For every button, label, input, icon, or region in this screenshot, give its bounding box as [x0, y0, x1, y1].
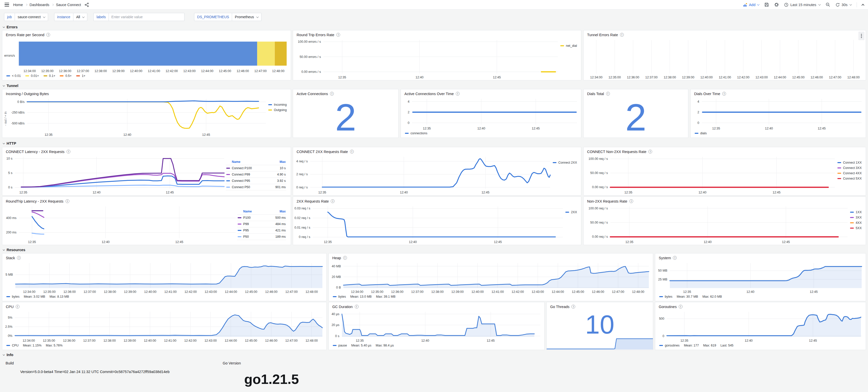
panel-header[interactable]: Build — [2, 359, 217, 366]
panel-title[interactable]: Incoming / Outgoing Bytes — [6, 92, 49, 96]
legend-item[interactable]: bytesMean: 30.7 MBMax: 62.0 MB — [659, 295, 722, 298]
chart-canvas[interactable]: 0.03 req / s0.02 req / s0.01 req / s0 re… — [293, 204, 564, 244]
info-icon[interactable] — [16, 305, 20, 308]
legend-item[interactable]: P99484 ms — [237, 221, 286, 227]
chart-canvas[interactable]: 4 req / s2 req / s0 req / s12:3512:4012:… — [293, 155, 552, 195]
legend-item[interactable]: dials — [695, 132, 707, 135]
info-icon[interactable] — [679, 305, 683, 308]
chart-canvas[interactable]: 5 MB12:34:0012:35:0012:36:0012:37:0012:3… — [3, 261, 326, 294]
panel-title[interactable]: Errors Rate per Second — [6, 33, 44, 37]
chart-canvas[interactable]: 100.00 req / s50.00 req / s0.00 req / s1… — [584, 204, 849, 244]
chart-canvas[interactable]: 500012:3512:4012:45 — [656, 310, 865, 343]
chart-active-connections[interactable]: 42012:3512:4012:45connections — [401, 97, 581, 138]
panel-title[interactable]: GC Duration — [332, 305, 353, 309]
chart-connect-non2xx[interactable]: 100.00 req / s50.00 req / s0.00 req / s1… — [584, 155, 866, 195]
info-icon[interactable] — [331, 199, 335, 203]
legend-item[interactable]: 1+ — [76, 74, 85, 78]
variable-instance-select[interactable]: All — [73, 13, 88, 21]
legend-item[interactable]: Connect P994.90 s — [226, 171, 286, 178]
legend-item[interactable]: Connect 5XX — [837, 177, 862, 180]
breadcrumb-dashboards[interactable]: Dashboards — [30, 3, 49, 7]
legend-item[interactable]: 1XX — [850, 210, 862, 214]
variable-labels-input[interactable] — [108, 13, 184, 21]
info-icon[interactable] — [571, 305, 575, 308]
chart-canvas[interactable]: 40 MB20 MB0 B12:34:0012:35:0012:36:0012:… — [329, 261, 652, 294]
chart-gc-duration[interactable]: 40 µs20 µs0 s12:3512:4012:45pauseMean: 5… — [329, 310, 544, 350]
chart-canvas[interactable]: 12:34:0012:35:0012:36:0012:37:0012:38:00… — [584, 38, 865, 80]
info-icon[interactable] — [46, 33, 50, 37]
chart-roundtrip-latency[interactable]: 400 ms200 ms12:3512:4012:45NameMaxP10050… — [2, 204, 291, 245]
legend-item[interactable]: Connect 4XX — [837, 171, 862, 175]
panel-header[interactable]: Round Trip Errors Rate — [293, 30, 581, 38]
info-icon[interactable] — [66, 199, 69, 203]
legend-item[interactable]: 2XX — [565, 210, 577, 214]
legend-column-header[interactable]: Name — [238, 210, 252, 213]
legend-item[interactable]: Connect P50901 ms — [226, 184, 286, 190]
breadcrumb-home[interactable]: Home — [13, 3, 23, 7]
chart-tunnel-errors[interactable]: 12:34:0012:35:0012:36:0012:37:0012:38:00… — [584, 38, 866, 80]
panel-title[interactable]: 2XX Requests Rate — [297, 199, 329, 203]
chart-heap[interactable]: 40 MB20 MB0 B12:34:0012:35:0012:36:0012:… — [329, 261, 653, 301]
panel-header[interactable]: Dials Total — [584, 89, 688, 97]
legend-item[interactable]: Connect P953.92 s — [226, 178, 286, 184]
panel-header[interactable]: Goroutines — [655, 302, 866, 310]
time-range-picker[interactable]: Last 15 minutes — [784, 3, 820, 7]
info-icon[interactable] — [620, 33, 624, 37]
panel-header[interactable]: CPU — [2, 302, 327, 310]
row-header-errors[interactable]: Errors — [3, 24, 18, 30]
info-icon[interactable] — [17, 256, 21, 260]
info-icon[interactable] — [355, 305, 359, 308]
legend-item[interactable]: < 0.01 — [6, 74, 21, 78]
legend-item[interactable]: Incoming — [268, 103, 287, 106]
info-icon[interactable] — [673, 256, 677, 260]
info-icon[interactable] — [67, 150, 70, 154]
zoom-out-icon[interactable] — [826, 2, 830, 7]
panel-header[interactable]: CONNECT 2XX Requests Rate — [293, 147, 581, 155]
panel-header[interactable]: Dials Over Time — [691, 89, 866, 97]
panel-header[interactable]: Errors Rate per Second — [2, 30, 291, 38]
legend-item[interactable]: Connect 1XX — [837, 161, 862, 164]
panel-header[interactable]: Non-2XX Requests Rate — [584, 197, 866, 204]
legend-item[interactable]: 3XX — [850, 216, 862, 219]
chart-stack[interactable]: 5 MB12:34:0012:35:0012:36:0012:37:0012:3… — [2, 261, 327, 301]
panel-title[interactable]: Goroutines — [659, 305, 677, 309]
panel-title[interactable]: System — [659, 256, 671, 260]
legend-item[interactable]: CPUMean: 1.15%Max: 5.76% — [6, 344, 63, 347]
row-header-tunnel[interactable]: Tunnel — [3, 83, 18, 89]
panel-header[interactable]: Active Connections Over Time — [401, 89, 581, 97]
panel-header[interactable]: Tunnel Errors Rate — [584, 30, 866, 38]
legend-item[interactable]: bytesMean: 3.02 MBMax: 8.13 MB — [6, 295, 69, 298]
panel-header[interactable]: Active Connections — [293, 89, 398, 97]
panel-header[interactable]: Go Version — [219, 359, 324, 366]
row-header-info[interactable]: Info — [3, 352, 13, 358]
chart-dials[interactable]: 42012:3512:4012:45dials — [691, 97, 866, 138]
panel-title[interactable]: CONNECT Non-2XX Requests Rate — [587, 150, 646, 154]
panel-title[interactable]: Heap — [332, 256, 341, 260]
panel-header[interactable]: 2XX Requests Rate — [293, 197, 581, 204]
legend-item[interactable]: 4XX — [850, 221, 862, 225]
panel-title[interactable]: Go Version — [223, 361, 241, 365]
panel-header[interactable]: CONNECT Latency - 2XX Requests — [2, 147, 291, 155]
variable-job-select[interactable]: sauce-connect — [15, 13, 48, 21]
panel-title[interactable]: Non-2XX Requests Rate — [587, 199, 627, 203]
legend-item[interactable]: connections — [405, 132, 427, 135]
chart-canvas[interactable]: 42012:3512:4012:45 — [401, 97, 581, 131]
chart-canvas[interactable]: 50 MB25 MB12:3512:4012:45 — [656, 261, 865, 294]
panel-title[interactable]: Dials Over Time — [694, 92, 720, 96]
chart-cpu[interactable]: 5%2.5%0%12:34:0012:35:0012:36:0012:37:00… — [2, 310, 327, 350]
panel-title[interactable]: Stack — [6, 256, 15, 260]
chart-goroutines[interactable]: 500012:3512:4012:45goroutinesMean: 177Ma… — [655, 310, 866, 350]
variable-datasource-select[interactable]: Prometheus — [232, 13, 261, 21]
info-icon[interactable] — [350, 150, 354, 154]
chart-canvas[interactable]: 42012:3512:4012:45 — [691, 97, 865, 131]
chart-non2xx-rate[interactable]: 100.00 req / s50.00 req / s0.00 req / s1… — [584, 204, 866, 245]
panel-title[interactable]: Go Threads — [550, 305, 569, 309]
panel-title[interactable]: Round Trip Errors Rate — [297, 33, 334, 37]
panel-menu-icon[interactable] — [858, 32, 864, 40]
legend-item[interactable]: 0.01+ — [25, 74, 39, 78]
legend-item[interactable]: Outgoing — [268, 108, 287, 112]
legend-item[interactable]: Connect 3XX — [837, 166, 862, 170]
panel-title[interactable]: Tunnel Errors Rate — [587, 33, 618, 37]
panel-title[interactable]: CPU — [6, 305, 14, 309]
legend-column-header[interactable]: Max — [280, 160, 286, 164]
